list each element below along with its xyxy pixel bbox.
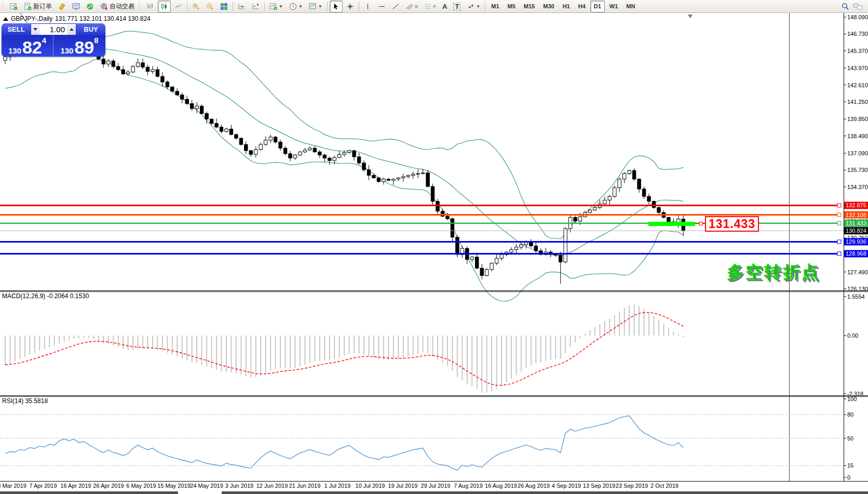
svg-text:26 Apr 2019: 26 Apr 2019 xyxy=(93,483,124,489)
auto-scroll-button[interactable] xyxy=(235,1,248,12)
toolbar-separator xyxy=(264,2,265,11)
new-order-icon xyxy=(24,3,32,10)
timeframe-m1[interactable]: M1 xyxy=(487,1,503,12)
shapes-tool-button[interactable]: ▼ xyxy=(464,1,483,12)
fibo-letter: F xyxy=(433,4,436,9)
zoom-in-button[interactable] xyxy=(189,1,202,12)
toolbar-grip xyxy=(3,2,5,10)
cursor-icon xyxy=(332,3,340,10)
buy-price-sup: 8 xyxy=(94,36,98,45)
svg-text:16 Aug 2019: 16 Aug 2019 xyxy=(485,483,517,489)
svg-text:137.090: 137.090 xyxy=(847,150,868,156)
svg-text:29 Jul 2019: 29 Jul 2019 xyxy=(421,483,451,489)
indicators-icon xyxy=(269,3,277,10)
profiles-button[interactable] xyxy=(56,1,69,12)
hline-128.968[interactable] xyxy=(0,252,841,256)
shapes-tool-icon xyxy=(467,3,474,10)
channel-tool-icon xyxy=(406,3,414,10)
cursor-tool-button[interactable] xyxy=(330,1,343,12)
svg-text:4 Sep 2019: 4 Sep 2019 xyxy=(552,483,581,489)
horizontal-scrollbar[interactable] xyxy=(0,491,868,494)
timeframe-m30[interactable]: M30 xyxy=(539,1,558,12)
timeframe-mn[interactable]: MN xyxy=(622,1,639,12)
svg-text:21 Jun 2019: 21 Jun 2019 xyxy=(289,483,321,489)
text-tool-button[interactable]: A xyxy=(440,1,450,12)
horizontal-line-tool-button[interactable] xyxy=(375,1,388,12)
symbol-name: GBPJPY-,Daily xyxy=(11,15,52,22)
vertical-line-tool-button[interactable] xyxy=(361,1,374,12)
svg-text:0.00: 0.00 xyxy=(847,332,858,339)
volume-decrease-button[interactable] xyxy=(31,24,39,35)
caret-down-icon xyxy=(33,28,37,31)
price-axis[interactable]: 148.090146.730145.370143.970142.610141.2… xyxy=(844,14,868,292)
chart-area[interactable]: 148.090146.730145.370143.970142.610141.2… xyxy=(0,0,868,494)
sell-price-sup: 4 xyxy=(42,36,46,45)
trendline-tool-button[interactable] xyxy=(389,1,402,12)
hline-129.936[interactable] xyxy=(0,240,841,244)
tile-windows-button[interactable] xyxy=(218,1,230,12)
dropdown-caret-icon: ▼ xyxy=(279,4,283,9)
svg-text:146.730: 146.730 xyxy=(847,31,868,37)
new-chart-button[interactable] xyxy=(7,1,20,12)
bar-chart-button[interactable] xyxy=(144,1,157,12)
indicators-menu-button[interactable]: ▼ xyxy=(267,1,286,12)
svg-text:141.250: 141.250 xyxy=(847,99,868,105)
rsi-label: RSI(14) 35.5818 xyxy=(2,397,48,405)
candlestick-chart-button[interactable] xyxy=(158,1,171,12)
chart-shift-marker[interactable] xyxy=(688,15,693,18)
sell-price-prefix: 130 xyxy=(8,47,21,56)
market-watch-button[interactable] xyxy=(70,1,83,12)
timeframe-d1[interactable]: D1 xyxy=(590,1,605,12)
turning-point-annotation[interactable]: 多空转折点 xyxy=(727,261,820,284)
callout-connector xyxy=(695,222,704,225)
dropdown-caret-icon: ▼ xyxy=(299,4,303,9)
svg-text:7 Apr 2019: 7 Apr 2019 xyxy=(29,483,57,489)
sell-price-display[interactable]: 130 82 4 xyxy=(2,35,53,57)
volume-increase-button[interactable] xyxy=(67,24,76,35)
svg-text:138.490: 138.490 xyxy=(847,133,868,139)
chat-icon[interactable] xyxy=(853,3,863,10)
fibonacci-tool-button[interactable]: F xyxy=(422,1,439,12)
svg-text:130.824: 130.824 xyxy=(846,228,866,234)
timeframe-m5[interactable]: M5 xyxy=(504,1,519,12)
search-icon[interactable] xyxy=(841,2,850,11)
timeframe-h4[interactable]: H4 xyxy=(575,1,589,12)
buy-button[interactable]: BUY xyxy=(76,23,105,35)
timeframe-h1[interactable]: H1 xyxy=(559,1,574,12)
collapse-triangle-icon[interactable] xyxy=(3,17,8,21)
crosshair-tool-button[interactable] xyxy=(344,1,357,12)
highlight-zone[interactable] xyxy=(648,222,695,226)
macd-label: MACD(12,26,9) -0.2064 0.1530 xyxy=(2,292,89,300)
channel-tool-button[interactable]: E xyxy=(403,1,421,12)
svg-text:1 Jul 2019: 1 Jul 2019 xyxy=(324,483,351,489)
new-order-button[interactable]: 新订单 xyxy=(21,1,55,12)
svg-text:132.875: 132.875 xyxy=(846,202,866,208)
svg-text:139.850: 139.850 xyxy=(847,116,868,122)
hline-132.875[interactable] xyxy=(0,204,841,207)
svg-text:0: 0 xyxy=(847,474,850,480)
periods-menu-button[interactable]: ▼ xyxy=(287,1,305,12)
zoom-out-button[interactable] xyxy=(204,1,216,12)
auto-trading-button[interactable]: 自动交易 xyxy=(98,1,137,12)
chart-shift-button[interactable] xyxy=(249,1,262,12)
sell-button[interactable]: SELL xyxy=(2,23,31,35)
one-click-trading-panel: SELL 1.00 BUY 130 82 4 130 89 8 xyxy=(2,23,105,57)
text-tool-icon: A xyxy=(442,3,447,10)
label-tool-button[interactable]: T xyxy=(451,1,463,12)
signals-button[interactable] xyxy=(84,1,97,12)
timeframe-m15[interactable]: M15 xyxy=(520,1,538,12)
volume-input[interactable]: 1.00 xyxy=(39,24,67,35)
bar-chart-icon xyxy=(146,3,154,10)
timeframe-w1[interactable]: W1 xyxy=(606,1,622,12)
templates-icon xyxy=(309,3,317,10)
new-chart-icon xyxy=(10,3,18,10)
line-chart-button[interactable] xyxy=(172,1,185,12)
time-axis[interactable]: 28 Mar 20197 Apr 201916 Apr 201926 Apr 2… xyxy=(0,483,679,489)
zoom-out-icon xyxy=(206,3,214,10)
svg-text:7 Aug 2019: 7 Aug 2019 xyxy=(454,483,483,489)
templates-menu-button[interactable]: ▼ xyxy=(306,1,325,12)
buy-price-display[interactable]: 130 89 8 xyxy=(53,35,105,57)
svg-text:26 Aug 2019: 26 Aug 2019 xyxy=(518,483,550,489)
toolbar-separator xyxy=(485,2,485,11)
price-callout-label[interactable]: 131.433 xyxy=(705,216,759,232)
